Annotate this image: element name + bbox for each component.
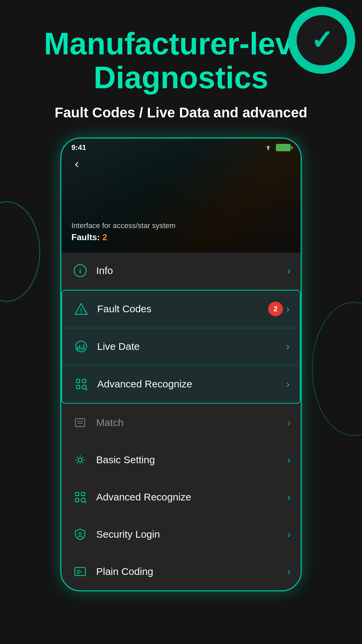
advanced-recognize-right: › <box>286 378 290 390</box>
hero-image: 9:41 <box>61 139 301 253</box>
svg-rect-14 <box>75 419 85 427</box>
menu-item-match[interactable]: Match › <box>61 405 301 441</box>
logo-inner: ✓ <box>297 15 347 65</box>
faults-label: Faults: <box>71 232 102 242</box>
info-icon: i <box>71 262 89 279</box>
faults-count: 2 <box>102 232 107 242</box>
match-right: › <box>287 417 291 428</box>
menu-list: i Info › ! <box>61 253 301 590</box>
logo-circle: ✓ <box>288 7 355 74</box>
svg-point-17 <box>78 458 82 462</box>
phone-frame: 9:41 <box>60 138 302 591</box>
hero-faults: Faults: 2 <box>71 232 176 243</box>
battery-icon <box>276 144 291 151</box>
svg-text:!: ! <box>80 308 82 314</box>
bg-arc-right <box>312 302 362 436</box>
fault-codes-badge: 2 <box>268 302 283 316</box>
advanced-recognize-label: Advanced Recognize <box>97 378 286 390</box>
alert-icon: ! <box>72 300 90 318</box>
live-date-right: › <box>286 341 290 352</box>
svg-rect-11 <box>76 385 80 389</box>
hero-subtitle: Interface for access/star system <box>71 221 176 230</box>
scan-icon-2 <box>71 488 89 506</box>
status-time: 9:41 <box>71 143 86 152</box>
match-chevron: › <box>287 417 291 428</box>
svg-text:i: i <box>79 267 81 275</box>
live-date-chevron: › <box>286 341 290 352</box>
back-chevron-icon: ‹ <box>75 157 79 171</box>
info-chevron: › <box>287 265 291 276</box>
status-bar: 9:41 <box>61 139 301 155</box>
menu-item-basic-setting[interactable]: Basic Setting › <box>61 442 301 478</box>
svg-rect-19 <box>81 492 85 496</box>
svg-rect-20 <box>75 498 79 502</box>
basic-setting-chevron: › <box>287 454 291 466</box>
fault-codes-chevron: › <box>286 303 290 315</box>
svg-point-23 <box>79 532 81 535</box>
plain-coding-right: › <box>287 566 291 577</box>
plain-coding-label: Plain Coding <box>96 566 287 577</box>
basic-setting-label: Basic Setting <box>96 454 287 466</box>
menu-item-fault-codes[interactable]: ! Fault Codes 2 › <box>62 290 300 327</box>
menu-item-advanced-recognize[interactable]: Advanced Recognize › <box>62 366 300 402</box>
svg-line-22 <box>84 501 86 503</box>
plain-coding-chevron: › <box>287 566 291 577</box>
advanced-recognize-2-right: › <box>287 491 291 503</box>
menu-item-info[interactable]: i Info › <box>61 253 301 289</box>
code-icon <box>71 563 89 580</box>
phone-inner: 9:41 <box>61 139 301 590</box>
highlighted-group: ! Fault Codes 2 › <box>61 290 301 404</box>
menu-item-security-login[interactable]: Security Login › <box>61 516 301 553</box>
status-icons <box>264 143 291 152</box>
logo-check-icon: ✓ <box>311 27 333 54</box>
info-right: › <box>287 265 291 276</box>
info-label: Info <box>96 265 287 276</box>
phone-container: 9:41 <box>60 138 302 591</box>
menu-item-plain-coding[interactable]: Plain Coding › <box>61 553 301 590</box>
sub-title: Fault Codes / Live Data and advanced <box>20 105 342 121</box>
fault-codes-label: Fault Codes <box>97 303 268 315</box>
svg-point-0 <box>267 149 269 150</box>
security-login-chevron: › <box>287 529 291 540</box>
menu-item-live-date[interactable]: Live Date › <box>62 328 300 365</box>
basic-setting-right: › <box>287 454 291 466</box>
fault-codes-right: 2 › <box>268 302 290 316</box>
security-login-label: Security Login <box>96 529 287 540</box>
settings-icon <box>71 451 89 469</box>
svg-rect-18 <box>75 492 79 496</box>
menu-item-advanced-recognize-2[interactable]: Advanced Recognize › <box>61 479 301 516</box>
shield-icon <box>71 526 89 543</box>
advanced-recognize-2-chevron: › <box>287 491 291 503</box>
security-login-right: › <box>287 529 291 540</box>
advanced-recognize-chevron: › <box>286 378 290 390</box>
bg-arc-left <box>0 201 40 302</box>
hero-text: Interface for access/star system Faults:… <box>71 221 176 243</box>
svg-line-13 <box>85 388 87 390</box>
match-icon <box>71 414 89 431</box>
back-button[interactable]: ‹ <box>68 155 85 173</box>
wifi-icon <box>264 143 273 152</box>
advanced-recognize-2-label: Advanced Recognize <box>96 491 287 503</box>
svg-rect-10 <box>82 379 86 383</box>
scan-icon <box>72 375 90 393</box>
chart-icon <box>72 338 90 355</box>
match-label: Match <box>96 417 287 428</box>
svg-rect-9 <box>76 379 80 383</box>
live-date-label: Live Date <box>97 341 286 352</box>
